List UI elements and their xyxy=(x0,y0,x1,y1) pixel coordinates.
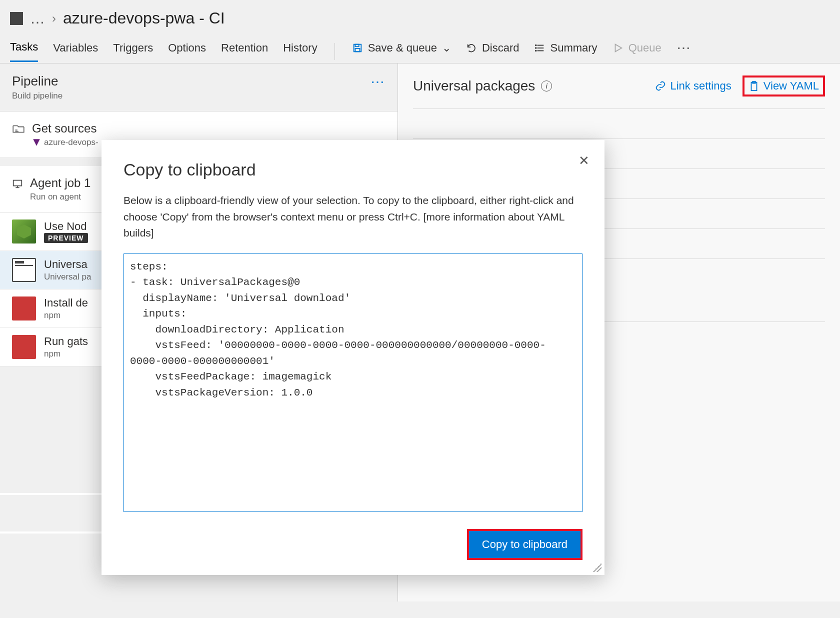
breadcrumb: … › azure-devops-pwa - CI xyxy=(0,0,840,32)
separator xyxy=(334,43,335,60)
right-panel-header: Universal packages i Link settings View … xyxy=(398,64,840,108)
discard-button[interactable]: Discard xyxy=(466,42,520,62)
summary-label: Summary xyxy=(550,42,598,54)
yaml-textarea[interactable] xyxy=(124,254,582,512)
save-icon xyxy=(352,42,363,54)
link-settings-button[interactable]: Link settings xyxy=(655,80,731,92)
breadcrumb-more[interactable]: … xyxy=(30,10,45,27)
list-icon xyxy=(534,42,546,54)
more-actions-button[interactable]: ⋯ xyxy=(676,40,692,63)
tab-bar: Tasks Variables Triggers Options Retenti… xyxy=(0,32,840,64)
view-yaml-button[interactable]: View YAML xyxy=(742,76,825,96)
pipeline-subtitle: Build pipeline xyxy=(12,91,62,101)
link-settings-label: Link settings xyxy=(670,80,731,92)
view-yaml-label: View YAML xyxy=(764,80,819,92)
project-icon[interactable] xyxy=(10,12,23,25)
summary-button[interactable]: Summary xyxy=(534,42,598,62)
modal-description: Below is a clipboard-friendly view of yo… xyxy=(124,192,582,242)
close-button[interactable]: ✕ xyxy=(578,153,590,168)
svg-point-6 xyxy=(535,44,536,46)
play-icon xyxy=(612,42,624,54)
tab-retention[interactable]: Retention xyxy=(221,42,268,62)
clipboard-icon xyxy=(748,80,760,92)
svg-point-8 xyxy=(535,50,536,51)
svg-rect-2 xyxy=(355,48,360,51)
svg-rect-1 xyxy=(355,44,358,46)
discard-label: Discard xyxy=(482,42,520,54)
pipeline-more-button[interactable]: ⋯ xyxy=(370,74,386,90)
save-queue-label: Save & queue xyxy=(368,42,437,54)
tab-tasks[interactable]: Tasks xyxy=(10,40,38,62)
tab-variables[interactable]: Variables xyxy=(53,42,98,62)
pipeline-title: Pipeline xyxy=(12,74,62,89)
tab-triggers[interactable]: Triggers xyxy=(113,42,153,62)
queue-label: Queue xyxy=(628,42,662,54)
page-title: azure-devops-pwa - CI xyxy=(63,9,225,28)
modal-title: Copy to clipboard xyxy=(124,160,582,180)
undo-icon xyxy=(466,42,477,54)
copy-to-clipboard-button[interactable]: Copy to clipboard xyxy=(467,529,582,560)
tab-history[interactable]: History xyxy=(283,42,317,62)
chevron-right-icon: › xyxy=(52,12,56,26)
info-icon[interactable]: i xyxy=(541,80,552,92)
link-icon xyxy=(655,80,666,92)
tab-options[interactable]: Options xyxy=(168,42,206,62)
npm-icon xyxy=(12,335,36,359)
chevron-down-icon: ⌄ xyxy=(442,42,451,54)
field-row xyxy=(413,108,825,138)
task-detail-title: Universal packages xyxy=(413,78,535,94)
svg-marker-9 xyxy=(615,44,622,52)
save-queue-button[interactable]: Save & queue ⌄ xyxy=(352,42,451,62)
queue-button: Queue xyxy=(612,42,662,62)
pipeline-header[interactable]: Pipeline Build pipeline ⋯ xyxy=(0,64,398,112)
svg-point-7 xyxy=(535,48,536,48)
resize-grip[interactable] xyxy=(592,563,602,572)
copy-yaml-modal: ✕ Copy to clipboard Below is a clipboard… xyxy=(102,140,604,575)
